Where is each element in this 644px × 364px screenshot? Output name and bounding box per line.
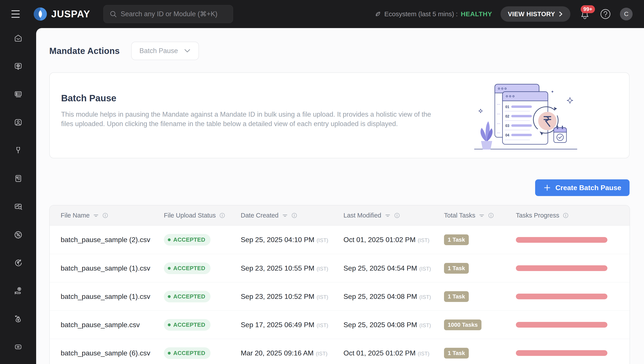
hamburger-menu-icon[interactable] xyxy=(12,10,21,18)
global-search[interactable] xyxy=(104,5,233,23)
column-label: Last Modified xyxy=(344,212,381,219)
date-created-timezone: (IST) xyxy=(316,237,328,243)
filter-icon[interactable] xyxy=(479,213,484,218)
total-tasks-cell: 1 Task xyxy=(444,263,516,274)
progress-bar xyxy=(516,322,608,328)
sidebar-item-settlements[interactable] xyxy=(13,342,24,352)
progress-bar-fill xyxy=(516,294,608,299)
column-label: File Name xyxy=(61,212,90,219)
table-header-row: File Name File Upload Status xyxy=(50,206,630,226)
file-name-link[interactable]: batch_pause_sample (2).csv xyxy=(61,236,164,244)
status-label: ACCEPTED xyxy=(173,265,205,272)
sidebar-item-transactions[interactable] xyxy=(13,89,24,100)
sidebar-item-analytics[interactable] xyxy=(13,201,24,212)
last-modified-cell: Oct 01, 2025 01:02 PM(IST) xyxy=(344,236,444,244)
avatar[interactable]: C xyxy=(620,8,632,20)
last-modified-cell: Sep 25, 2025 04:54 PM(IST) xyxy=(344,264,444,272)
total-tasks-cell: 1 Task xyxy=(444,348,516,358)
date-created-value: Sep 23, 2025 10:55 PM xyxy=(241,264,314,272)
status-label: ACCEPTED xyxy=(173,236,205,243)
svg-text:03: 03 xyxy=(505,124,509,128)
status-badge: ACCEPTED xyxy=(164,262,210,274)
total-tasks-badge: 1000 Tasks xyxy=(444,319,482,330)
table-row[interactable]: batch_pause_sample (1).csv ACCEPTED Sep … xyxy=(50,254,630,282)
progress-bar xyxy=(516,265,608,271)
module-selector-dropdown[interactable]: Batch Pause xyxy=(131,42,199,60)
file-name-link[interactable]: batch_pause_sample.csv xyxy=(61,321,164,329)
sidebar-item-home[interactable] xyxy=(13,33,24,43)
file-upload-status-cell: ACCEPTED xyxy=(164,347,241,359)
sidebar-item-offers[interactable] xyxy=(13,229,24,240)
status-badge: ACCEPTED xyxy=(164,347,210,359)
info-icon[interactable] xyxy=(563,213,569,218)
sidebar-item-invoices[interactable] xyxy=(13,173,24,184)
file-name-link[interactable]: batch_pause_sample (1).csv xyxy=(61,292,164,301)
date-created-cell: Sep 25, 2025 04:10 PM(IST) xyxy=(241,236,344,244)
help-button[interactable] xyxy=(599,8,612,20)
svg-text:02: 02 xyxy=(505,114,509,118)
info-icon[interactable] xyxy=(291,213,297,218)
table-row[interactable]: batch_pause_sample.csv ACCEPTED Sep 17, … xyxy=(50,310,630,339)
last-modified-value: Sep 25, 2025 04:08 PM xyxy=(344,321,417,329)
last-modified-value: Oct 01, 2025 01:02 PM xyxy=(344,349,416,357)
sidebar-item-tools[interactable] xyxy=(13,145,24,156)
file-upload-status-cell: ACCEPTED xyxy=(164,234,241,246)
file-name-link[interactable]: batch_pause_sample (6).csv xyxy=(61,349,164,357)
sidebar-item-products[interactable] xyxy=(13,61,24,72)
last-modified-timezone: (IST) xyxy=(419,266,431,272)
table-row[interactable]: batch_pause_sample (6).csv ACCEPTED Mar … xyxy=(50,339,630,364)
chevron-right-icon xyxy=(558,11,563,17)
date-created-cell: Sep 23, 2025 10:55 PM(IST) xyxy=(241,264,344,272)
tools-icon xyxy=(13,146,23,155)
tasks-progress-cell xyxy=(516,294,630,299)
analytics-icon xyxy=(13,202,23,211)
date-created-value: Sep 17, 2025 06:49 PM xyxy=(241,321,314,329)
avatar-initial: C xyxy=(624,11,628,18)
table-column-header: File Name xyxy=(61,212,164,219)
home-icon xyxy=(13,33,23,43)
sidebar-item-refunds[interactable] xyxy=(13,257,24,268)
info-icon[interactable] xyxy=(102,213,108,218)
last-modified-value: Sep 25, 2025 04:08 PM xyxy=(344,292,417,300)
module-selector-value: Batch Pause xyxy=(140,47,178,55)
column-label: Total Tasks xyxy=(444,212,475,219)
info-icon[interactable] xyxy=(219,213,225,218)
file-name-link[interactable]: batch_pause_sample (1).csv xyxy=(61,264,164,272)
money-bag-icon xyxy=(13,314,23,324)
ecosystem-health-badge: HEALTHY xyxy=(461,10,492,18)
total-tasks-badge: 1 Task xyxy=(444,234,469,245)
view-history-label: VIEW HISTORY xyxy=(508,11,555,18)
chevron-down-icon xyxy=(184,49,190,53)
payout-icon xyxy=(13,286,23,296)
view-history-button[interactable]: VIEW HISTORY xyxy=(500,6,570,22)
progress-bar-fill xyxy=(516,322,608,328)
column-label: File Upload Status xyxy=(164,212,216,219)
sidebar-item-payouts[interactable] xyxy=(13,285,24,296)
sidebar-nav xyxy=(0,28,36,364)
ecosystem-label: Ecosystem (last 5 mins) : xyxy=(384,10,458,18)
create-batch-pause-button[interactable]: Create Batch Pause xyxy=(535,179,630,196)
filter-icon[interactable] xyxy=(93,213,99,218)
rupee-invoice-icon xyxy=(13,174,23,183)
notifications-button[interactable]: 99+ xyxy=(579,8,591,20)
search-input[interactable] xyxy=(121,10,227,18)
sidebar-item-customers[interactable] xyxy=(13,117,24,128)
filter-icon[interactable] xyxy=(385,213,390,218)
sidebar-item-collections[interactable] xyxy=(13,314,24,324)
filter-icon[interactable] xyxy=(282,213,288,218)
module-card-description: This module helps in pausing the Mandate… xyxy=(61,110,431,129)
customers-icon xyxy=(13,117,23,127)
status-label: ACCEPTED xyxy=(173,350,205,356)
date-created-value: Sep 25, 2025 04:10 PM xyxy=(241,236,314,244)
info-icon[interactable] xyxy=(488,213,494,218)
tasks-progress-cell xyxy=(516,237,630,243)
table-row[interactable]: batch_pause_sample (2).csv ACCEPTED Sep … xyxy=(50,226,630,254)
table-row[interactable]: batch_pause_sample (1).csv ACCEPTED Sep … xyxy=(50,282,630,310)
tasks-progress-cell xyxy=(516,322,630,328)
offers-icon xyxy=(13,230,23,239)
status-dot-icon xyxy=(168,323,171,326)
table-column-header: Last Modified xyxy=(344,212,444,219)
status-dot-icon xyxy=(168,295,171,298)
info-icon[interactable] xyxy=(394,213,400,218)
date-created-value: Mar 20, 2025 09:16 AM xyxy=(241,349,314,357)
